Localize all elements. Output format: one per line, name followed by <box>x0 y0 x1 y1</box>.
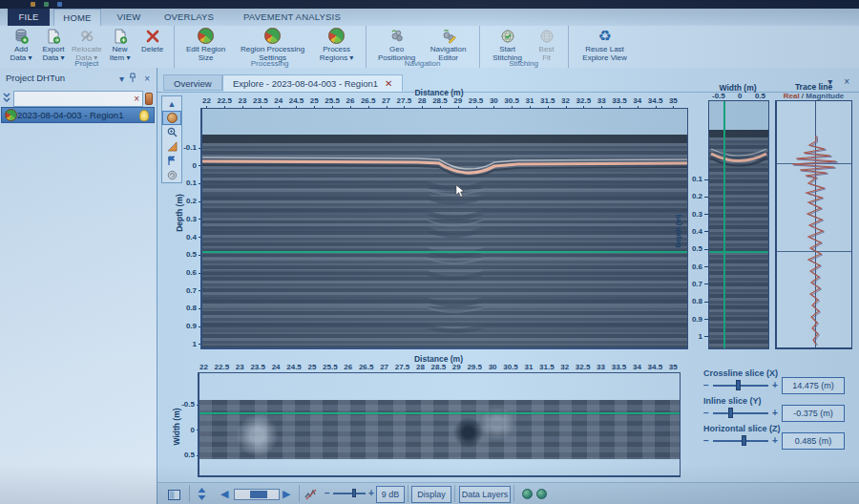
pie-chart-icon <box>264 28 281 44</box>
tab-pavement-analysis[interactable]: PAVEMENT ANALYSIS <box>229 9 355 26</box>
tab-home[interactable]: HOME <box>53 9 101 26</box>
quick-access-icon[interactable] <box>44 2 49 7</box>
inline-slice-marker-bottom[interactable] <box>199 412 680 414</box>
axis-tick: 30.5 <box>503 363 518 371</box>
best-fit-button[interactable]: Best Fit <box>531 28 563 62</box>
horizontal-slice-marker[interactable] <box>709 251 768 253</box>
decrement-icon[interactable]: − <box>703 435 709 446</box>
horizontal-value[interactable]: 0.485 (m) <box>782 432 845 450</box>
crossline-slider[interactable] <box>713 385 768 387</box>
scroll-right-icon[interactable]: ▶ <box>283 487 290 500</box>
trace-magnitude-label[interactable]: Magnitude <box>806 92 844 100</box>
inline-value[interactable]: -0.375 (m) <box>782 405 845 422</box>
updown-arrows-icon[interactable] <box>197 487 207 504</box>
status-bar: ◀ ▶ − + 9 dB Display Data Layers <box>157 482 859 504</box>
axis-tick: 0.8 <box>692 297 702 305</box>
increment-icon[interactable]: + <box>772 408 778 418</box>
panel-menu-icon[interactable]: ▾ <box>119 73 124 86</box>
ribbon: Add Data ▾ Export Data ▾ Relocate Data ▾… <box>0 26 859 69</box>
filter-icon[interactable] <box>145 93 153 105</box>
axis-tick: 1 <box>699 332 702 341</box>
tab-overlays[interactable]: OVERLAYS <box>155 9 223 26</box>
crossline-slice-row: − + 14.475 (m) <box>703 380 847 391</box>
inline-slice-row: − + -0.375 (m) <box>703 408 847 419</box>
data-layers-button[interactable]: Data Layers <box>459 486 511 503</box>
new-page-icon <box>113 28 128 44</box>
globe-icon <box>539 28 555 44</box>
measure-tool-button[interactable] <box>162 139 181 154</box>
scroll-left-icon[interactable]: ◀ <box>220 487 228 500</box>
flag-tool-button[interactable] <box>162 154 181 168</box>
crossline-width-view[interactable] <box>708 100 769 349</box>
new-item-button[interactable]: New Item ▾ <box>104 28 136 62</box>
process-regions-button[interactable]: Process Regions ▾ <box>313 28 361 62</box>
quick-access-icon[interactable] <box>57 2 62 7</box>
reuse-last-explore-view-button[interactable]: ♻ Reuse Last Explore View <box>574 28 637 62</box>
horizontal-scrollbar[interactable] <box>234 489 280 500</box>
relocate-data-button[interactable]: Relocate Data ▾ <box>70 28 104 62</box>
increment-icon[interactable]: + <box>772 380 778 390</box>
axis-tick: 25 <box>307 363 316 371</box>
axis-tick: 27 <box>382 96 390 105</box>
axis-tick: 0 <box>738 92 742 100</box>
axis-tick: 23.5 <box>253 96 268 105</box>
axis-tick: 27.5 <box>397 96 412 105</box>
start-stitching-button[interactable]: Start Stitching <box>485 28 531 62</box>
group-label-project: Project <box>0 59 174 68</box>
axis-tick: 34 <box>633 363 641 371</box>
crossline-value[interactable]: 14.475 (m) <box>782 377 845 394</box>
decrement-icon[interactable]: − <box>703 408 709 418</box>
scrollbar-thumb[interactable] <box>250 491 267 498</box>
display-button[interactable]: Display <box>411 486 451 503</box>
axis-tick: 28 <box>416 363 425 371</box>
tab-file[interactable]: FILE <box>8 9 50 26</box>
recycle-icon: ♻ <box>597 28 611 44</box>
gain-increase-icon[interactable]: + <box>368 488 374 498</box>
axis-tick: 0.7 <box>692 280 702 288</box>
clear-search-icon[interactable]: × <box>134 94 139 104</box>
gain-slider[interactable] <box>333 493 366 494</box>
globe-icon[interactable] <box>522 489 533 499</box>
pin-icon[interactable] <box>129 73 136 87</box>
gain-value[interactable]: 9 dB <box>376 486 405 503</box>
gain-decrease-icon[interactable]: − <box>325 488 330 498</box>
main-radar-view[interactable] <box>200 108 688 349</box>
layout-icon[interactable] <box>168 487 180 504</box>
geo-positioning-button[interactable]: Geo Positioning <box>371 28 423 62</box>
delete-button[interactable]: Delete <box>136 28 169 53</box>
gain-curve-icon[interactable] <box>304 487 318 504</box>
tree-item-label: 2023-08-04-003 - Region1 <box>17 110 135 120</box>
axis-tick: 35 <box>669 96 678 105</box>
delete-label: Delete <box>141 45 163 53</box>
bottom-width-axis-title: Width (m) <box>172 400 181 453</box>
project-panel-header: Project DHTun ▾ × <box>0 72 157 87</box>
zoom-tool-button[interactable] <box>162 125 181 139</box>
inline-slider[interactable] <box>713 412 768 414</box>
globe-icon[interactable] <box>536 489 547 499</box>
close-icon[interactable]: × <box>144 73 150 86</box>
expand-collapse-icon[interactable] <box>2 90 11 107</box>
export-data-button[interactable]: Export Data ▾ <box>37 28 70 62</box>
axis-tick: 0 <box>193 161 197 170</box>
tree-item-region1[interactable]: 2023-08-04-003 - Region1 <box>1 107 155 123</box>
horizontal-slice-view[interactable] <box>198 372 681 477</box>
quick-access-icon[interactable] <box>31 2 35 7</box>
axis-tick: 0.2 <box>692 192 702 200</box>
add-data-button[interactable]: Add Data ▾ <box>5 28 37 62</box>
increment-icon[interactable]: + <box>772 435 778 446</box>
trace-line-view[interactable] <box>775 100 852 349</box>
edit-region-size-button[interactable]: Edit Region Size <box>179 28 233 62</box>
pan-tool-button[interactable] <box>162 111 181 125</box>
project-search-row: × <box>2 90 153 107</box>
search-input[interactable] <box>13 91 143 107</box>
navigation-editor-button[interactable]: Navigation Editor <box>423 28 474 62</box>
axis-tick: 24 <box>272 363 281 371</box>
decrement-icon[interactable]: − <box>703 380 709 390</box>
collapse-toolbar-button[interactable]: ▲ <box>162 96 181 111</box>
tab-view[interactable]: VIEW <box>107 9 151 26</box>
horizontal-slider[interactable] <box>713 440 768 442</box>
inline-slice-marker[interactable] <box>723 101 725 348</box>
region-processing-settings-button[interactable]: Region Processing Settings <box>233 28 313 62</box>
trace-real-label[interactable]: Real <box>784 92 800 100</box>
axis-tick: 30 <box>489 363 497 371</box>
